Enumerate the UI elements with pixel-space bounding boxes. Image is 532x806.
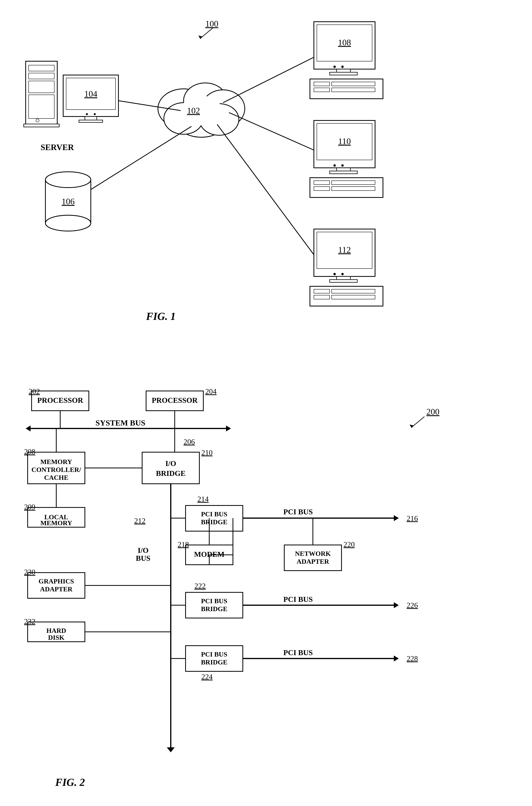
graphics-label2: ADAPTER — [40, 585, 73, 593]
ref-202: 202 — [28, 387, 40, 395]
svg-point-30 — [334, 65, 336, 68]
svg-marker-93 — [394, 656, 399, 661]
ref-204: 204 — [205, 387, 216, 395]
svg-point-43 — [341, 164, 344, 167]
svg-marker-91 — [394, 602, 399, 608]
pci-bus3-label: PCI BUS — [283, 649, 313, 657]
graphics-label1: GRAPHICS — [38, 578, 74, 585]
fig2-label: FIG. 2 — [55, 776, 85, 788]
hard-disk-label2: DISK — [48, 634, 64, 641]
server-label: SERVER — [41, 143, 74, 152]
svg-line-68 — [413, 417, 424, 427]
ref-210: 210 — [201, 448, 213, 457]
ref-230: 230 — [24, 568, 35, 576]
fig2-area: 200 PROCESSOR 202 PROCESSOR 204 SYSTEM B… — [12, 375, 520, 806]
svg-line-64 — [223, 57, 314, 103]
svg-rect-20 — [79, 120, 103, 123]
svg-marker-81 — [167, 747, 175, 752]
proc2-label: PROCESSOR — [152, 396, 198, 405]
svg-point-54 — [334, 273, 336, 275]
ref-220: 220 — [343, 540, 355, 548]
svg-text:108: 108 — [338, 38, 351, 48]
mem-ctrl-label2: CONTROLLER/ — [32, 466, 81, 473]
ref-214: 214 — [197, 495, 209, 503]
ref-224: 224 — [201, 673, 213, 681]
database-106: 106 — [45, 172, 91, 231]
svg-marker-71 — [26, 426, 31, 431]
cloud-102: 102 — [158, 83, 245, 137]
svg-point-42 — [334, 164, 336, 167]
ref-208: 208 — [24, 447, 35, 456]
svg-rect-45 — [330, 171, 357, 174]
pci-bridge3-label1: PCI BUS — [201, 651, 227, 658]
mem-ctrl-label1: MEMORY — [40, 458, 72, 465]
fig2-svg: 200 PROCESSOR 202 PROCESSOR 204 SYSTEM B… — [12, 375, 520, 806]
server-tower — [24, 61, 59, 127]
ref-228: 228 — [407, 654, 418, 663]
svg-rect-33 — [330, 72, 357, 75]
svg-text:104: 104 — [84, 89, 97, 99]
io-bridge-label2: BRIDGE — [156, 469, 186, 477]
hard-disk-label1: HARD — [46, 627, 66, 634]
io-bus-label2: BUS — [136, 554, 150, 562]
fig1-label: FIG. 1 — [146, 311, 176, 322]
ref-216: 216 — [407, 514, 418, 523]
network-adapter-label2: ADAPTER — [297, 558, 329, 565]
svg-line-0 — [201, 27, 213, 38]
computer-110: 110 — [310, 120, 383, 198]
mem-ctrl-label3: CACHE — [44, 474, 69, 481]
io-bus-label: I/O — [138, 546, 149, 555]
svg-marker-72 — [226, 426, 231, 431]
svg-line-65 — [229, 113, 314, 150]
ref-206: 206 — [184, 437, 195, 446]
network-adapter-label1: NETWORK — [295, 550, 331, 557]
fig1-area: 100 102 — [12, 12, 520, 367]
pci-bus1-label: PCI BUS — [283, 508, 313, 516]
svg-point-31 — [341, 65, 344, 68]
ref-212: 212 — [134, 517, 146, 525]
ref-226: 226 — [407, 601, 418, 610]
svg-point-22 — [94, 113, 96, 115]
pci-bridge2-label2: BRIDGE — [201, 605, 227, 613]
ref-102-label: 102 — [187, 106, 200, 115]
svg-rect-15 — [24, 124, 59, 127]
monitor-104: 104 — [63, 75, 118, 123]
ref-100: 100 — [205, 19, 218, 29]
system-bus-label: SYSTEM BUS — [96, 418, 145, 427]
local-mem-label2: MEMORY — [40, 519, 72, 527]
svg-point-55 — [341, 273, 344, 275]
svg-text:106: 106 — [62, 196, 75, 206]
svg-marker-82 — [394, 515, 399, 521]
svg-point-25 — [45, 215, 91, 231]
computer-108: 108 — [310, 22, 383, 99]
svg-rect-57 — [330, 280, 357, 282]
svg-line-67 — [91, 126, 191, 190]
ref-232: 232 — [24, 617, 35, 625]
pci-bridge1-label2: BRIDGE — [201, 518, 227, 526]
ref-209: 209 — [24, 503, 35, 511]
computer-112: 112 — [310, 229, 383, 306]
io-bridge-label1: I/O — [166, 459, 176, 468]
pci-bridge3-label2: BRIDGE — [201, 658, 227, 666]
svg-text:110: 110 — [338, 136, 351, 146]
page: 100 102 — [0, 0, 532, 806]
pci-bus2-label: PCI BUS — [283, 595, 313, 603]
ref-218: 218 — [178, 540, 189, 548]
svg-text:112: 112 — [338, 245, 351, 255]
pci-bridge2-label1: PCI BUS — [201, 597, 227, 605]
ref-222: 222 — [194, 582, 206, 590]
ref-200: 200 — [426, 407, 439, 417]
pci-bridge1-label1: PCI BUS — [201, 510, 227, 518]
proc1-label: PROCESSOR — [37, 396, 83, 405]
fig1-svg: 100 102 — [12, 12, 520, 367]
svg-point-24 — [45, 172, 91, 188]
io-bridge-box — [142, 452, 200, 484]
svg-point-21 — [86, 113, 88, 115]
